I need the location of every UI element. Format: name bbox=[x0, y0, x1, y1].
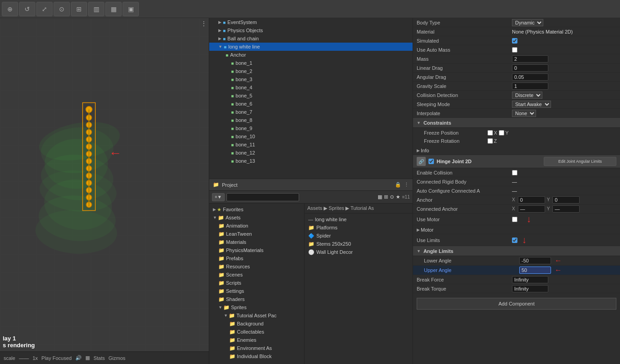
toolbar-btn-5[interactable]: ⊞ bbox=[71, 2, 87, 16]
tree-assets[interactable]: ▼ 📁 Assets bbox=[209, 214, 304, 222]
anchor-y-field[interactable] bbox=[552, 196, 580, 204]
project-tree[interactable]: ▶ ★ Favorites ▼ 📁 Assets 📁 Animation bbox=[209, 204, 305, 364]
proj-icon3[interactable]: ⊙ bbox=[390, 194, 394, 200]
tree-prefabs[interactable]: 📁 Prefabs bbox=[209, 254, 304, 262]
tree-sprites[interactable]: ▼ 📁 Sprites bbox=[209, 303, 304, 311]
tree-settings[interactable]: 📁 Settings bbox=[209, 287, 304, 295]
mass-field[interactable] bbox=[512, 55, 548, 63]
use-motor-checkbox[interactable] bbox=[512, 217, 517, 222]
tree-collectables[interactable]: 📁 Collectables bbox=[209, 328, 304, 336]
asset-wall-light[interactable]: ⚪ Wall Light Decor bbox=[306, 248, 411, 256]
conn-anchor-y-field[interactable] bbox=[552, 205, 580, 213]
hierarchy-ball-and-chain[interactable]: ▶ ■ Ball and chain bbox=[209, 34, 413, 43]
play-focused-btn[interactable]: Play Focused bbox=[41, 355, 72, 361]
hierarchy-bone9[interactable]: ■ bone_9 bbox=[209, 124, 413, 132]
use-limits-checkbox[interactable] bbox=[512, 238, 517, 243]
collision-detection-dropdown[interactable]: Discrete bbox=[512, 92, 542, 99]
add-btn[interactable]: +▼ bbox=[212, 193, 225, 201]
tree-background[interactable]: 📁 Background bbox=[209, 320, 304, 328]
tree-shaders[interactable]: 📁 Shaders bbox=[209, 295, 304, 303]
toolbar-btn-6[interactable]: ▥ bbox=[88, 2, 104, 16]
tree-leantween[interactable]: 📁 LeanTween bbox=[209, 230, 304, 238]
tree-materials[interactable]: 📁 Materials bbox=[209, 238, 304, 246]
anchor-x-field[interactable] bbox=[518, 196, 545, 204]
freeze-pos-y-checkbox[interactable] bbox=[499, 130, 504, 136]
hierarchy-bone13[interactable]: ■ bone_13 bbox=[209, 157, 413, 165]
interpolate-dropdown[interactable]: None bbox=[512, 110, 536, 117]
sleeping-mode-dropdown[interactable]: Start Awake bbox=[512, 101, 551, 108]
tree-resources[interactable]: 📁 Resources bbox=[209, 262, 304, 271]
asset-spider[interactable]: 🔷 Spider bbox=[306, 232, 411, 240]
linear-drag-field[interactable] bbox=[512, 64, 548, 72]
tree-scripts[interactable]: 📁 Scripts bbox=[209, 279, 304, 287]
lower-angle-field[interactable] bbox=[519, 257, 551, 264]
toolbar-btn-3[interactable]: ⤢ bbox=[36, 2, 53, 16]
three-dots-btn[interactable]: ⋮ bbox=[201, 20, 207, 27]
enable-collision-checkbox[interactable] bbox=[512, 170, 517, 175]
hierarchy-bone10[interactable]: ■ bone_10 bbox=[209, 132, 413, 141]
connected-anchor-label: Connected Anchor bbox=[417, 206, 512, 212]
angle-limits-header[interactable]: ▼ Angle Limits bbox=[413, 246, 620, 256]
angular-drag-field[interactable] bbox=[512, 73, 548, 81]
project-menu-icon[interactable]: ⋮ bbox=[404, 182, 409, 188]
stats-btn[interactable]: Stats bbox=[93, 355, 105, 361]
asset-long-white-line[interactable]: — long white line bbox=[306, 215, 411, 223]
hierarchy-physics-objects[interactable]: ▶ ■ Physics Objects bbox=[209, 26, 413, 34]
conn-anchor-x-field[interactable] bbox=[518, 205, 545, 213]
toolbar-btn-1[interactable]: ⊕ bbox=[2, 2, 18, 16]
hierarchy-bone4[interactable]: ■ bone_4 bbox=[209, 83, 413, 92]
tree-animation[interactable]: 📁 Animation bbox=[209, 222, 304, 230]
search-input[interactable] bbox=[226, 193, 299, 201]
hierarchy-bone3[interactable]: ■ bone_3 bbox=[209, 75, 413, 83]
tree-favorites[interactable]: ▶ ★ Favorites bbox=[209, 205, 304, 214]
hierarchy-bone6[interactable]: ■ bone_6 bbox=[209, 100, 413, 108]
use-auto-mass-checkbox[interactable] bbox=[512, 47, 517, 53]
lock-icon[interactable]: 🔒 bbox=[395, 182, 401, 188]
tree-physicsmaterials[interactable]: 📁 PhysicsMaterials bbox=[209, 246, 304, 254]
asset-stems[interactable]: 📁 Stems 250x250 bbox=[306, 240, 411, 248]
hierarchy-bone2[interactable]: ■ bone_2 bbox=[209, 67, 413, 75]
freeze-rot-z-checkbox[interactable] bbox=[487, 138, 493, 144]
hierarchy-bone12[interactable]: ■ bone_12 bbox=[209, 149, 413, 157]
tree-enemies[interactable]: 📁 Enemies bbox=[209, 336, 304, 344]
proj-icon2[interactable]: ⊞ bbox=[384, 194, 388, 200]
body-type-dropdown[interactable]: Dynamic bbox=[512, 19, 543, 26]
row-motor[interactable]: ▶ Motor bbox=[413, 225, 620, 234]
row-info[interactable]: ▶ Info bbox=[413, 146, 620, 155]
freeze-pos-x-checkbox[interactable] bbox=[487, 130, 493, 136]
hierarchy-long-white-line[interactable]: ▼ ■ long white line bbox=[209, 43, 413, 51]
break-force-field[interactable] bbox=[512, 276, 548, 283]
tree-environment[interactable]: 📁 Environment As bbox=[209, 344, 304, 352]
tree-scenes[interactable]: 📁 Scenes bbox=[209, 271, 304, 279]
break-torque-field[interactable] bbox=[512, 285, 548, 292]
hinge-enabled-checkbox[interactable] bbox=[428, 159, 434, 164]
edit-joint-btn[interactable]: Edit Joint Angular Limits bbox=[544, 157, 616, 166]
add-component-btn[interactable]: Add Component bbox=[417, 298, 616, 310]
proj-icon4[interactable]: ★ bbox=[396, 194, 400, 200]
hierarchy-bone11[interactable]: ■ bone_11 bbox=[209, 141, 413, 149]
constraints-section-header[interactable]: ▼ Constraints bbox=[413, 118, 620, 128]
scene-view[interactable]: ← lay 1 s rendering ⋮ scale —— 1x Play F… bbox=[0, 18, 209, 364]
asset-platforms[interactable]: 📁 Platforms bbox=[306, 223, 411, 232]
project-assets[interactable]: — long white line 📁 Platforms 🔷 Spider bbox=[305, 214, 413, 364]
hierarchy-list[interactable]: ▶ ■ EventSystem ▶ ■ Physics Objects ▶ ■ … bbox=[209, 18, 413, 179]
toolbar-btn-8[interactable]: ▣ bbox=[123, 2, 139, 16]
simulated-checkbox[interactable] bbox=[512, 38, 517, 44]
hierarchy-bone7[interactable]: ■ bone_7 bbox=[209, 108, 413, 116]
gizmos-btn[interactable]: Gizmos bbox=[108, 355, 125, 361]
sound-icon[interactable]: 🔊 bbox=[75, 355, 82, 361]
hierarchy-bone1[interactable]: ■ bone_1 bbox=[209, 59, 413, 67]
tree-individual-block[interactable]: 📁 Individual Block bbox=[209, 352, 304, 360]
grid-icon[interactable]: ▦ bbox=[85, 355, 90, 361]
toolbar-btn-4[interactable]: ⊙ bbox=[54, 2, 70, 16]
toolbar-btn-2[interactable]: ↺ bbox=[19, 2, 35, 16]
tree-tutorial-asset[interactable]: ▼ 📁 Tutorial Asset Pac bbox=[209, 311, 304, 320]
proj-icon1[interactable]: ▦ bbox=[378, 194, 382, 200]
hierarchy-bone5[interactable]: ■ bone_5 bbox=[209, 92, 413, 100]
hierarchy-anchor[interactable]: ■ Anchor bbox=[209, 51, 413, 59]
hierarchy-bone8[interactable]: ■ bone_8 bbox=[209, 116, 413, 124]
toolbar-btn-7[interactable]: ▦ bbox=[105, 2, 122, 16]
gravity-scale-field[interactable] bbox=[512, 83, 548, 90]
hierarchy-eventsystem[interactable]: ▶ ■ EventSystem bbox=[209, 18, 413, 26]
upper-angle-field[interactable] bbox=[519, 267, 551, 274]
